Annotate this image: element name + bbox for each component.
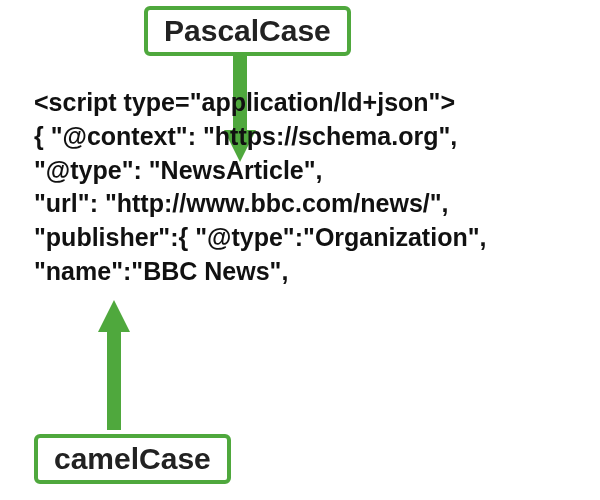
code-line-1: <script type="application/ld+json">: [34, 88, 455, 116]
code-line-4: "url": "http://www.bbc.com/news/",: [34, 189, 449, 217]
arrow-up-icon: [96, 300, 132, 430]
code-line-2: { "@context": "https://schema.org",: [34, 122, 457, 150]
pascalcase-label: PascalCase: [144, 6, 351, 56]
code-line-6: "name":"BBC News",: [34, 257, 288, 285]
svg-marker-2: [98, 300, 130, 332]
code-line-3: "@type": "NewsArticle",: [34, 156, 323, 184]
code-line-5: "publisher":{ "@type":"Organization",: [34, 223, 486, 251]
code-snippet: <script type="application/ld+json"> { "@…: [34, 86, 580, 289]
camelcase-label: camelCase: [34, 434, 231, 484]
